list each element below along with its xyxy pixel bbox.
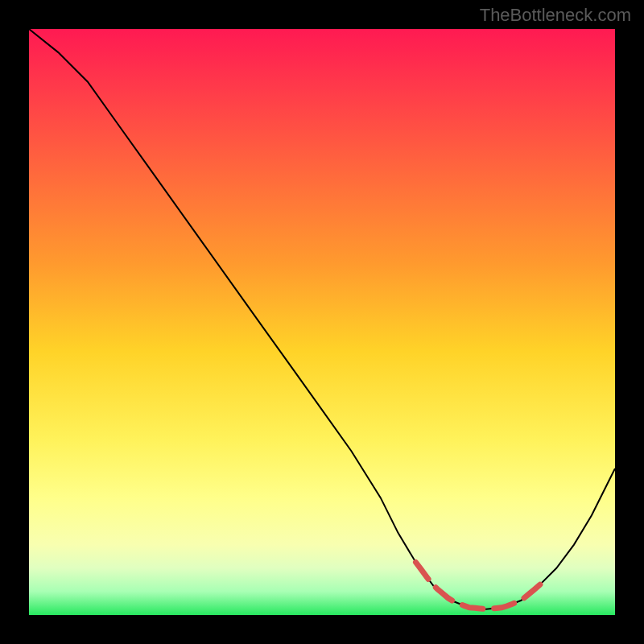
watermark-text: TheBottleneck.com (480, 5, 631, 26)
bottleneck-curve-path (29, 29, 615, 609)
curve-svg (29, 29, 615, 615)
chart-frame: TheBottleneck.com (0, 0, 644, 644)
plot-area (29, 29, 615, 615)
optimal-range-dash (416, 563, 545, 609)
